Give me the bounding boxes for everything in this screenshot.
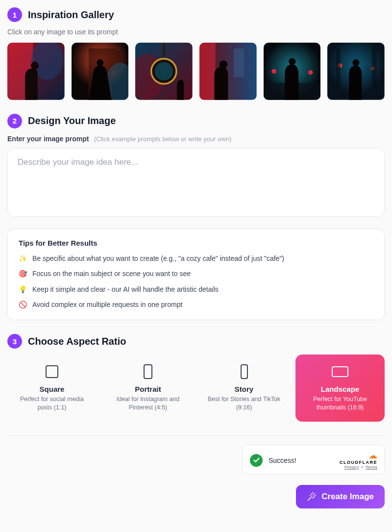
terms-link[interactable]: Terms (366, 465, 378, 470)
section-title-ratio: Choose Aspect Ratio (28, 336, 126, 347)
create-image-button[interactable]: Create Image (296, 485, 385, 508)
tip-item: 🚫 Avoid complex or multiple requests in … (19, 300, 373, 310)
tips-title: Tips for Better Results (19, 239, 373, 247)
tip-item: 🎯 Focus on the main subject or scene you… (19, 269, 373, 279)
cloudflare-logo: ☁ CLOUDFLARE (340, 451, 377, 465)
captcha-status: Success! (269, 456, 296, 464)
gallery-subtitle: Click on any image to use its prompt (7, 28, 385, 36)
svg-point-26 (353, 59, 360, 66)
section-title-design: Design Your Image (28, 115, 116, 127)
gallery-thumb[interactable] (264, 43, 321, 100)
gallery-thumb[interactable] (135, 43, 193, 100)
svg-rect-14 (234, 49, 244, 77)
prohibited-icon: 🚫 (19, 300, 27, 310)
tip-text: Be specific about what you want to creat… (32, 254, 284, 264)
ratio-desc: Ideal for Instagram and Pinterest (4:5) (108, 395, 188, 412)
ratio-desc: Perfect for social media posts (1:1) (12, 395, 92, 412)
svg-point-17 (271, 69, 276, 74)
svg-rect-13 (199, 43, 216, 100)
tip-item: 💡 Keep it simple and clear - our AI will… (19, 285, 373, 295)
portrait-icon (144, 364, 152, 379)
target-icon: 🎯 (19, 269, 27, 279)
captcha-widget[interactable]: Success! ☁ CLOUDFLARE Privacy • Terms (243, 445, 385, 474)
ratio-option-portrait[interactable]: Portrait Ideal for Instagram and Pintere… (103, 355, 193, 422)
svg-point-3 (31, 61, 39, 69)
tip-text: Keep it simple and clear - our AI will h… (32, 285, 219, 295)
gallery-thumb[interactable] (327, 43, 385, 100)
prompt-label: Enter your image prompt (7, 135, 89, 143)
ratio-name: Portrait (108, 385, 188, 393)
svg-point-20 (289, 58, 295, 65)
step-badge-3: 3 (7, 334, 22, 349)
story-icon (241, 364, 248, 379)
ratio-name: Square (12, 385, 92, 393)
privacy-link[interactable]: Privacy (344, 465, 359, 470)
sparkles-icon: ✨ (19, 254, 27, 264)
prompt-input[interactable] (7, 148, 385, 217)
landscape-icon (332, 366, 348, 377)
ratio-name: Landscape (300, 385, 380, 393)
bulb-icon: 💡 (19, 285, 27, 295)
ratio-option-story[interactable]: Story Best for Stories and TikTok (9:16) (199, 355, 289, 422)
ratio-option-square[interactable]: Square Perfect for social media posts (1… (7, 355, 97, 422)
ratio-option-landscape[interactable]: Landscape Perfect for YouTube thumbnails… (295, 355, 385, 422)
svg-point-15 (220, 60, 227, 68)
create-button-label: Create Image (321, 492, 374, 502)
tip-text: Focus on the main subject or scene you w… (32, 269, 191, 279)
svg-rect-25 (372, 47, 376, 90)
gallery-thumb[interactable] (72, 43, 129, 100)
cloud-icon: ☁ (368, 451, 377, 460)
gallery-thumb[interactable] (199, 43, 257, 100)
magic-wand-icon (307, 492, 317, 502)
ratio-name: Story (204, 385, 284, 393)
ratio-desc: Perfect for YouTube thumbnails (16:9) (300, 395, 380, 412)
svg-point-11 (155, 62, 173, 80)
step-badge-2: 2 (7, 114, 22, 128)
svg-point-6 (97, 59, 103, 66)
prompt-hint: (Click example prompts below or write yo… (94, 135, 231, 143)
tip-item: ✨ Be specific about what you want to cre… (19, 254, 373, 264)
step-badge-1: 1 (7, 7, 22, 22)
check-icon (250, 454, 263, 467)
aspect-ratio-grid: Square Perfect for social media posts (1… (7, 355, 385, 422)
square-icon (46, 365, 58, 378)
inspiration-gallery (7, 43, 385, 100)
tips-card: Tips for Better Results ✨ Be specific ab… (7, 228, 385, 320)
svg-point-18 (308, 70, 313, 75)
gallery-thumb[interactable] (7, 43, 65, 100)
tip-text: Avoid complex or multiple requests in on… (32, 300, 182, 310)
ratio-desc: Best for Stories and TikTok (9:16) (204, 395, 284, 412)
divider (7, 435, 385, 436)
section-title-gallery: Inspiration Gallery (28, 9, 114, 21)
svg-rect-24 (336, 49, 341, 89)
